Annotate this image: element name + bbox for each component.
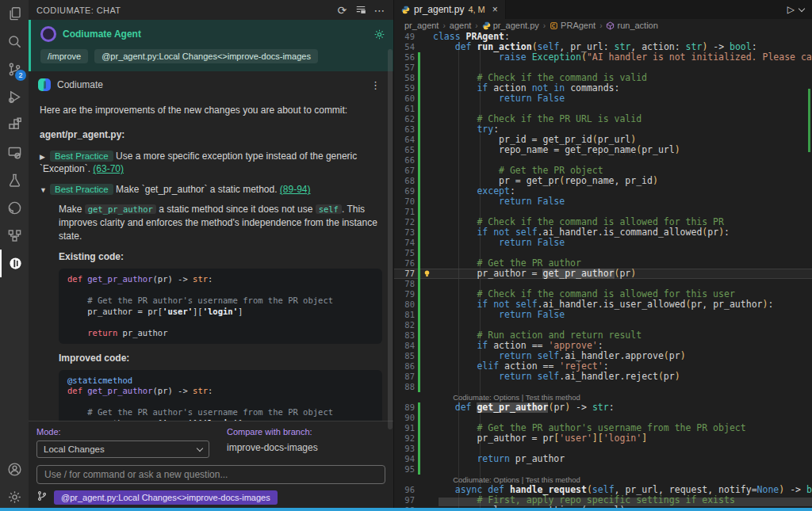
source-control-icon[interactable]: 2 xyxy=(0,55,29,83)
code-line[interactable]: 76 # Get the PR author xyxy=(394,258,812,269)
code-line[interactable]: 97 # First, apply repo specific settings… xyxy=(394,495,812,505)
hierarchy-icon[interactable] xyxy=(0,222,29,250)
remote-explorer-icon[interactable] xyxy=(0,139,29,166)
refresh-icon[interactable]: ⟳ xyxy=(337,5,347,16)
chat-input[interactable] xyxy=(36,465,385,484)
suggestion-toggle-icon[interactable]: ▼ xyxy=(40,185,50,196)
search-icon[interactable] xyxy=(0,28,29,55)
code-line[interactable]: 92 pr_author = pr['user']['login'] xyxy=(394,433,812,444)
code-text: return self.ai_handler.reject(pr) xyxy=(433,372,812,382)
line-number: 58 xyxy=(394,73,418,83)
lightbulb-icon[interactable] xyxy=(420,269,433,279)
agent-settings-gear-icon[interactable] xyxy=(373,29,385,40)
code-line[interactable]: 63 try: xyxy=(394,124,812,135)
suggestion-toggle-icon[interactable]: ▶ xyxy=(40,152,50,162)
code-line[interactable]: 62 # Check if the PR URL is valid xyxy=(394,114,812,124)
breadcrumb-item[interactable]: agent xyxy=(450,21,472,30)
glyph-margin xyxy=(420,42,433,52)
explorer-icon[interactable] xyxy=(0,0,29,28)
github-icon[interactable] xyxy=(0,194,29,222)
code-line[interactable]: 81 return False xyxy=(394,310,812,320)
glyph-margin xyxy=(420,330,433,341)
line-number: 62 xyxy=(394,114,418,124)
code-line[interactable]: 94 return pr_author xyxy=(394,454,812,464)
more-actions-icon[interactable]: ⋯ xyxy=(374,5,385,16)
code-line[interactable]: 77 pr_author = get_pr_author(pr) xyxy=(394,269,812,279)
class-symbol-icon xyxy=(550,21,558,30)
code-line[interactable]: 70 return False xyxy=(394,196,812,207)
account-icon[interactable] xyxy=(0,456,29,483)
mode-select[interactable]: Local Changes xyxy=(36,440,209,458)
code-line[interactable]: 87 return self.ai_handler.reject(pr) xyxy=(394,372,812,382)
code-line[interactable]: 66 xyxy=(394,155,812,166)
code-line[interactable]: 71 xyxy=(394,207,812,217)
code-line[interactable]: 80 if not self.ai_handler.is_user_allowe… xyxy=(394,299,812,310)
breadcrumb-item[interactable]: run_action xyxy=(606,21,657,30)
breadcrumb-item[interactable]: pr_agent.py xyxy=(482,21,539,30)
code-text: return False xyxy=(433,310,812,320)
extensions-icon[interactable] xyxy=(0,111,29,139)
agent-chip[interactable]: /improve xyxy=(40,49,88,63)
code-text: if not self.ai_handler.is_user_allowed(p… xyxy=(433,299,812,310)
code-line[interactable]: 75 xyxy=(394,248,812,258)
code-line[interactable]: 73 if not self.ai_handler.is_command_all… xyxy=(394,227,812,238)
codiumate-icon[interactable] xyxy=(0,250,29,277)
code-line[interactable]: 90 xyxy=(394,413,812,423)
tab-close-icon[interactable]: × xyxy=(492,4,498,15)
tab-pr-agent[interactable]: pr_agent.py 4, M × xyxy=(394,0,506,19)
code-line[interactable]: 49class PRAgent: xyxy=(394,32,812,42)
code-line[interactable]: 65 repo_name = get_repo_name(pr_url) xyxy=(394,145,812,155)
code-line[interactable]: 96 async def handle_request(self, pr_url… xyxy=(394,485,812,495)
code-line[interactable]: 93 xyxy=(394,444,812,454)
code-line[interactable]: 95 xyxy=(394,464,812,475)
code-line[interactable]: 59 if action not in commands: xyxy=(394,83,812,93)
line-range-link[interactable]: (89-94) xyxy=(280,184,311,195)
code-line[interactable]: 83 # Run action and return result xyxy=(394,330,812,341)
line-number: 82 xyxy=(394,320,418,330)
line-range-link[interactable]: (63-70) xyxy=(93,163,124,174)
code-editor[interactable]: 49class PRAgent:54 def run_action(self, … xyxy=(394,32,812,511)
output-list-icon[interactable] xyxy=(355,4,366,17)
code-line[interactable]: 86 elif action == 'reject': xyxy=(394,361,812,372)
code-line[interactable]: 61 xyxy=(394,104,812,114)
line-number: 70 xyxy=(394,196,418,207)
run-file-icon[interactable]: ▷ xyxy=(787,4,795,15)
context-badge[interactable]: @pr_agent.py:Local Changes<>improve-docs… xyxy=(54,490,278,505)
code-line[interactable]: 67 # Get the PR object xyxy=(394,166,812,176)
run-options-chevron-icon[interactable] xyxy=(799,5,805,11)
code-line[interactable]: 85 return self.ai_handler.approve(pr) xyxy=(394,351,812,361)
agent-chip[interactable]: @pr_agent.py:Local Changes<>improve-docs… xyxy=(94,49,318,63)
chat-scrollbar[interactable] xyxy=(388,49,393,429)
code-line[interactable]: 78 xyxy=(394,279,812,289)
code-line[interactable]: 88 xyxy=(394,382,812,392)
settings-gear-icon[interactable] xyxy=(0,483,29,511)
breadcrumb-item[interactable]: pr_agent xyxy=(404,21,439,30)
codelens[interactable]: Codiumate: Options | Test this method xyxy=(394,392,812,402)
code-line[interactable]: 60 return False xyxy=(394,93,812,104)
code-line[interactable]: 84 if action == 'approve': xyxy=(394,341,812,351)
code-line[interactable]: 58 # Check if the command is valid xyxy=(394,73,812,83)
python-file-icon xyxy=(401,6,410,14)
code-line[interactable]: 72 # Check if the command is allowed for… xyxy=(394,217,812,227)
code-line[interactable]: 89 def get_pr_author(pr) -> str: xyxy=(394,402,812,413)
code-line[interactable]: 79 # Check if the command is allowed for… xyxy=(394,289,812,299)
code-line[interactable]: 68 pr = get_pr(repo_name, pr_id) xyxy=(394,176,812,186)
code-line[interactable]: 56 raise Exception("AI handler is not in… xyxy=(394,52,812,63)
code-line[interactable]: 54 def run_action(self, pr_url: str, act… xyxy=(394,42,812,52)
code-line[interactable]: 74 return False xyxy=(394,238,812,248)
code-line[interactable]: 57 xyxy=(394,63,812,73)
breadcrumb-item[interactable]: PRAgent xyxy=(550,21,596,30)
codelens[interactable]: Codiumate: Options | Test this method xyxy=(394,475,812,485)
code-text: return False xyxy=(433,196,812,207)
code-line[interactable]: 64 pr_id = get_pr_id(pr_url) xyxy=(394,135,812,145)
code-line[interactable]: 82 xyxy=(394,320,812,330)
suggestion-text: Make `get_pr_author` a static method. xyxy=(113,184,280,195)
run-debug-icon[interactable] xyxy=(0,83,29,111)
code-text xyxy=(433,63,812,73)
code-text: async def handle_request(self, pr_url, r… xyxy=(433,485,812,495)
code-line[interactable]: 91 # Get the PR author's username from t… xyxy=(394,423,812,433)
testing-beaker-icon[interactable] xyxy=(0,166,29,194)
message-menu-icon[interactable]: ⋮ xyxy=(367,79,384,91)
chat-panel-title: CODIUMATE: CHAT xyxy=(36,6,121,15)
code-line[interactable]: 69 except: xyxy=(394,186,812,196)
